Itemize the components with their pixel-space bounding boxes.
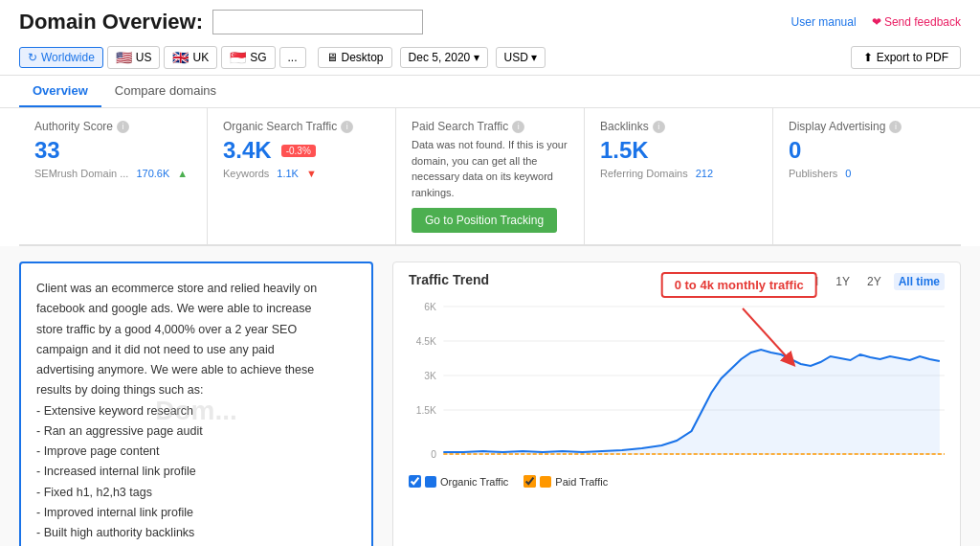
bottom-section: Dom... Client was an ecommerce store and… xyxy=(0,246,980,546)
monitor-icon: 🖥 xyxy=(326,51,338,64)
us-flag-icon: 🇺🇸 xyxy=(116,50,132,65)
text-line: - Built high authority backlinks xyxy=(36,523,356,543)
case-study-content: Client was an ecommerce store and relied… xyxy=(36,279,356,543)
keywords-down-icon: ▼ xyxy=(306,168,317,179)
text-line: - Improved internal link profile xyxy=(36,503,356,523)
time-alltime[interactable]: All time xyxy=(894,273,945,290)
user-manual-link[interactable]: User manual xyxy=(791,15,857,29)
text-line: Client was an ecommerce store and relied… xyxy=(36,279,356,299)
text-line: results by doing things such as: xyxy=(36,380,356,400)
paid-traffic-info-icon[interactable]: i xyxy=(512,121,524,133)
text-line: - Fixed h1, h2,h3 tags xyxy=(36,483,356,503)
page-title: Domain Overview: xyxy=(19,10,203,34)
legend-organic-checkbox[interactable] xyxy=(409,475,421,488)
refresh-icon: ↻ xyxy=(28,51,37,64)
metric-paid-traffic: Paid Search Traffic i Data was not found… xyxy=(396,108,585,244)
keywords-value: 1.1K xyxy=(277,168,299,179)
tab-compare-domains[interactable]: Compare domains xyxy=(101,76,230,107)
sg-flag-icon: 🇸🇬 xyxy=(230,50,246,65)
authority-score-value: 33 xyxy=(34,137,191,164)
metric-backlinks: Backlinks i 1.5K Referring Domains 212 xyxy=(585,108,773,244)
chart-legend: Organic Traffic Paid Traffic xyxy=(409,475,945,488)
time-1y[interactable]: 1Y xyxy=(831,273,855,290)
svg-text:3K: 3K xyxy=(424,371,436,381)
publishers-label: Publishers xyxy=(789,168,837,179)
referring-domains-value: 212 xyxy=(696,168,713,179)
text-line: store traffic by a good 4,000% over a 2 … xyxy=(36,320,356,340)
paid-legend-color xyxy=(540,476,551,488)
top-bar: Domain Overview: User manual ❤ Send feed… xyxy=(0,0,980,40)
organic-legend-color xyxy=(425,476,436,488)
display-info-icon[interactable]: i xyxy=(889,121,902,133)
legend-paid-checkbox[interactable] xyxy=(523,475,536,488)
filter-sg[interactable]: 🇸🇬 SG xyxy=(221,46,275,69)
display-advertising-value: 0 xyxy=(789,137,946,164)
export-icon: ⬆ xyxy=(863,51,873,64)
text-line: - Extensive keyword research xyxy=(36,401,356,421)
send-feedback-link[interactable]: ❤ Send feedback xyxy=(872,15,961,29)
text-line: - Improve page content xyxy=(36,442,356,462)
semrush-domain-value: 170.6K xyxy=(136,168,169,179)
domain-overview-header: Domain Overview: xyxy=(19,10,423,34)
keywords-label: Keywords xyxy=(223,168,269,179)
legend-paid[interactable]: Paid Traffic xyxy=(523,475,608,488)
uk-flag-icon: 🇬🇧 xyxy=(172,50,189,65)
metric-display-advertising: Display Advertising i 0 Publishers 0 xyxy=(773,108,961,244)
svg-text:0: 0 xyxy=(431,449,436,460)
legend-organic[interactable]: Organic Traffic xyxy=(409,475,508,488)
export-button[interactable]: ⬆ Export to PDF xyxy=(851,46,961,69)
traffic-chart-svg: 6K 4.5K 3K 1.5K 0 xyxy=(409,297,945,469)
organic-traffic-badge: -0.3% xyxy=(281,145,316,157)
filter-bar: ↻ Worldwide 🇺🇸 US 🇬🇧 UK 🇸🇬 SG ... 🖥 Desk… xyxy=(0,40,980,76)
traffic-trend-chart-area: 0 to 4k monthly traffic Traffic Trend 📌 … xyxy=(392,262,961,546)
case-study-text-box: Dom... Client was an ecommerce store and… xyxy=(19,262,373,546)
text-line: facebook and google ads. We were able to… xyxy=(36,299,356,319)
backlinks-info-icon[interactable]: i xyxy=(653,121,665,133)
filter-us[interactable]: 🇺🇸 US xyxy=(107,46,161,69)
go-position-tracking-button[interactable]: Go to Position Tracking xyxy=(412,208,557,233)
text-line: - Increased internal link profile xyxy=(36,462,356,482)
tab-overview[interactable]: Overview xyxy=(19,76,101,107)
authority-score-info-icon[interactable]: i xyxy=(117,121,129,133)
svg-marker-12 xyxy=(443,350,940,454)
filter-worldwide[interactable]: ↻ Worldwide xyxy=(19,47,103,68)
traffic-callout: 0 to 4k monthly traffic xyxy=(661,272,817,298)
time-2y[interactable]: 2Y xyxy=(862,273,886,290)
filter-uk[interactable]: 🇬🇧 UK xyxy=(164,46,217,69)
domain-input[interactable] xyxy=(212,10,423,34)
metric-authority-score: Authority Score i 33 SEMrush Domain ... … xyxy=(19,108,208,244)
referring-domains-label: Referring Domains xyxy=(600,168,688,179)
chart-title: Traffic Trend xyxy=(409,272,489,287)
svg-text:1.5K: 1.5K xyxy=(416,405,437,416)
tabs-bar: Overview Compare domains xyxy=(0,76,980,108)
semrush-up-icon: ▲ xyxy=(177,168,188,179)
metrics-row: Authority Score i 33 SEMrush Domain ... … xyxy=(19,108,961,246)
filter-more[interactable]: ... xyxy=(279,47,306,68)
backlinks-value: 1.5K xyxy=(600,137,757,164)
top-links: User manual ❤ Send feedback xyxy=(791,15,961,29)
svg-text:4.5K: 4.5K xyxy=(416,336,437,347)
organic-traffic-info-icon[interactable]: i xyxy=(341,121,353,133)
currency-filter[interactable]: USD ▾ xyxy=(496,47,546,68)
text-line: campaign and it did not need to use any … xyxy=(36,340,356,360)
text-line: advertising anymore. We were able to ach… xyxy=(36,360,356,380)
svg-text:6K: 6K xyxy=(424,302,436,312)
semrush-domain-label: SEMrush Domain ... xyxy=(34,168,128,179)
metric-organic-traffic: Organic Search Traffic i 3.4K -0.3% Keyw… xyxy=(208,108,396,244)
date-filter[interactable]: Dec 5, 2020 ▾ xyxy=(400,47,488,68)
device-filter[interactable]: 🖥 Desktop xyxy=(318,47,392,68)
publishers-value: 0 xyxy=(845,168,851,179)
paid-notice-text: Data was not found. If this is your doma… xyxy=(412,137,568,200)
text-line: - Ran an aggressive page audit xyxy=(36,421,356,442)
organic-traffic-value: 3.4K xyxy=(223,137,272,164)
traffic-chart-svg-container: 6K 4.5K 3K 1.5K 0 xyxy=(409,297,945,469)
